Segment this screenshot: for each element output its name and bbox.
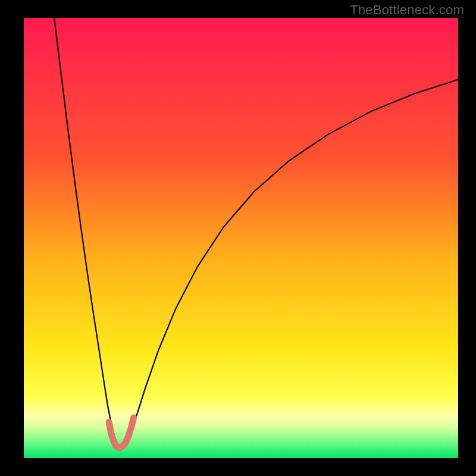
chart-plot-area [24,18,458,458]
chart-background-gradient [24,18,458,458]
chart-frame: TheBottleneck.com [0,0,476,476]
watermark-text: TheBottleneck.com [350,2,464,18]
chart-svg [24,18,458,458]
